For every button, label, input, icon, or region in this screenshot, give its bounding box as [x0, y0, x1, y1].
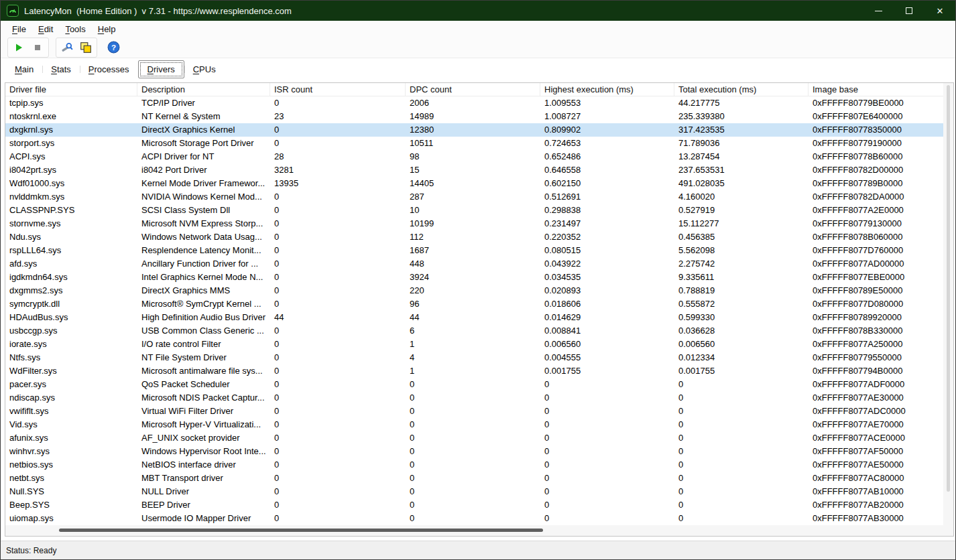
- table-row[interactable]: vwififlt.sysVirtual WiFi Filter Driver00…: [5, 405, 943, 418]
- table-row[interactable]: ntoskrnl.exeNT Kernel & System23149891.0…: [5, 110, 943, 123]
- table-cell: TCP/IP Driver: [137, 96, 270, 110]
- table-cell: I/O rate control Filter: [137, 338, 270, 351]
- table-cell: 0xFFFFF8077A2E0000: [809, 204, 943, 217]
- table-cell: 0: [674, 391, 809, 405]
- stop-monitor-button[interactable]: [28, 40, 47, 56]
- menu-file[interactable]: File: [6, 22, 32, 36]
- tab-cpus[interactable]: CPUs: [184, 61, 225, 78]
- table-cell: 0.008841: [540, 324, 674, 338]
- menu-help[interactable]: Help: [92, 22, 122, 36]
- table-row[interactable]: pacer.sysQoS Packet Scheduler00000xFFFFF…: [5, 378, 943, 391]
- vertical-scrollbar-thumb[interactable]: [947, 85, 950, 492]
- close-button[interactable]: ✕: [924, 1, 955, 21]
- table-row[interactable]: dxgmms2.sysDirectX Graphics MMS02200.020…: [5, 284, 943, 297]
- table-row[interactable]: Ndu.sysWindows Network Data Usag...01120…: [5, 230, 943, 244]
- table-cell: 44: [270, 311, 406, 324]
- horizontal-scrollbar[interactable]: [5, 525, 943, 536]
- table-cell: 0.809902: [540, 123, 674, 137]
- menu-edit[interactable]: Edit: [32, 22, 59, 36]
- table-cell: ACPI.sys: [5, 150, 137, 163]
- table-cell: 0xFFFFF8077AD00000: [809, 257, 943, 271]
- table-cell: Microsoft® SymCrypt Kernel ...: [137, 297, 270, 311]
- column-header[interactable]: Highest execution (ms): [540, 83, 674, 96]
- table-cell: 317.423535: [674, 123, 809, 137]
- table-cell: 0: [540, 391, 674, 405]
- column-header[interactable]: Description: [137, 83, 270, 96]
- vertical-scrollbar[interactable]: [943, 83, 953, 525]
- menu-tools[interactable]: Tools: [59, 22, 91, 36]
- table-cell: 0.018606: [540, 297, 674, 311]
- column-header[interactable]: Driver file: [5, 83, 137, 96]
- table-row[interactable]: usbccgp.sysUSB Common Class Generic ...0…: [5, 324, 943, 338]
- table-row[interactable]: stornvme.sysMicrosoft NVM Express Storp.…: [5, 217, 943, 230]
- table-row[interactable]: Ntfs.sysNT File System Driver040.0045550…: [5, 351, 943, 364]
- table-row[interactable]: ACPI.sysACPI Driver for NT28980.65248613…: [5, 150, 943, 163]
- table-cell: 0xFFFFF80779BE0000: [809, 96, 943, 110]
- table-cell: 0.652486: [540, 150, 674, 163]
- table-row[interactable]: igdkmdn64.sysIntel Graphics Kernel Mode …: [5, 271, 943, 284]
- table-row[interactable]: storport.sysMicrosoft Storage Port Drive…: [5, 137, 943, 150]
- tab-main[interactable]: Main: [6, 61, 42, 78]
- table-cell: Ntfs.sys: [5, 351, 137, 364]
- table-cell: 0.006560: [540, 338, 674, 351]
- column-header[interactable]: DPC count: [406, 83, 540, 96]
- table-cell: 0: [406, 472, 540, 485]
- table-row[interactable]: dxgkrnl.sysDirectX Graphics Kernel012380…: [5, 123, 943, 137]
- table-cell: 0: [674, 512, 809, 525]
- tab-processes[interactable]: Processes: [80, 61, 138, 78]
- table-row[interactable]: afunix.sysAF_UNIX socket provider00000xF…: [5, 431, 943, 445]
- options-button[interactable]: [58, 40, 76, 56]
- scrollbar-corner: [943, 525, 953, 536]
- maximize-button[interactable]: [894, 1, 924, 21]
- report-button[interactable]: [76, 40, 95, 56]
- table-row[interactable]: Null.SYSNULL Driver00000xFFFFF8077AB1000…: [5, 485, 943, 498]
- table-cell: 5.562098: [674, 244, 809, 257]
- tab-stats[interactable]: Stats: [42, 61, 80, 78]
- column-header[interactable]: Total execution (ms): [674, 83, 809, 96]
- table-cell: 1.009553: [540, 96, 674, 110]
- table-row[interactable]: symcryptk.dllMicrosoft® SymCrypt Kernel …: [5, 297, 943, 311]
- table-row[interactable]: winhvr.sysWindows Hypervisor Root Inte..…: [5, 445, 943, 458]
- table-cell: High Definition Audio Bus Driver: [137, 311, 270, 324]
- play-icon: [13, 42, 24, 53]
- table-row[interactable]: Beep.SYSBEEP Driver00000xFFFFF8077AB2000…: [5, 498, 943, 512]
- table-cell: 1.008727: [540, 110, 674, 123]
- table-cell: Microsoft antimalware file sys...: [137, 364, 270, 378]
- table-cell: DirectX Graphics MMS: [137, 284, 270, 297]
- table-row[interactable]: iorate.sysI/O rate control Filter010.006…: [5, 338, 943, 351]
- table-row[interactable]: netbios.sysNetBIOS interface driver00000…: [5, 458, 943, 472]
- table-cell: Microsoft Storage Port Driver: [137, 137, 270, 150]
- table-row[interactable]: ndiscap.sysMicrosoft NDIS Packet Captur.…: [5, 391, 943, 405]
- table-cell: dxgkrnl.sys: [5, 123, 137, 137]
- column-header[interactable]: Image base: [809, 83, 943, 96]
- table-cell: 0: [270, 418, 406, 431]
- horizontal-scrollbar-thumb[interactable]: [59, 529, 543, 532]
- help-button[interactable]: ?: [104, 40, 123, 56]
- table-row[interactable]: Vid.sysMicrosoft Hyper-V Virtualizati...…: [5, 418, 943, 431]
- table-row[interactable]: uiomap.sysUsermode IO Mapper Driver00000…: [5, 512, 943, 525]
- tab-drivers[interactable]: Drivers: [138, 60, 184, 78]
- minimize-icon: [875, 11, 882, 11]
- table-cell: usbccgp.sys: [5, 324, 137, 338]
- table-row[interactable]: rspLLL64.sysResplendence Latency Monit..…: [5, 244, 943, 257]
- table-row[interactable]: nvlddmkm.sysNVIDIA Windows Kernel Mod...…: [5, 190, 943, 204]
- table-cell: 0: [674, 405, 809, 418]
- table-row[interactable]: tcpip.sysTCP/IP Driver020061.00955344.21…: [5, 96, 943, 110]
- table-cell: 0.012334: [674, 351, 809, 364]
- table-row[interactable]: CLASSPNP.SYSSCSI Class System Dll0100.29…: [5, 204, 943, 217]
- table-row[interactable]: HDAudBus.sysHigh Definition Audio Bus Dr…: [5, 311, 943, 324]
- table-cell: Usermode IO Mapper Driver: [137, 512, 270, 525]
- column-header[interactable]: ISR count: [270, 83, 406, 96]
- table-cell: storport.sys: [5, 137, 137, 150]
- table-cell: ntoskrnl.exe: [5, 110, 137, 123]
- table-cell: 0: [270, 190, 406, 204]
- table-row[interactable]: afd.sysAncillary Function Driver for ...…: [5, 257, 943, 271]
- minimize-button[interactable]: [863, 1, 894, 21]
- table-row[interactable]: Wdf01000.sysKernel Mode Driver Framewor.…: [5, 177, 943, 190]
- table-row[interactable]: netbt.sysMBT Transport driver00000xFFFFF…: [5, 472, 943, 485]
- start-monitor-button[interactable]: [9, 40, 28, 56]
- table-cell: 0xFFFFF80778350000: [809, 123, 943, 137]
- table-cell: Virtual WiFi Filter Driver: [137, 405, 270, 418]
- table-row[interactable]: WdFilter.sysMicrosoft antimalware file s…: [5, 364, 943, 378]
- table-row[interactable]: i8042prt.sysi8042 Port Driver3281150.646…: [5, 163, 943, 177]
